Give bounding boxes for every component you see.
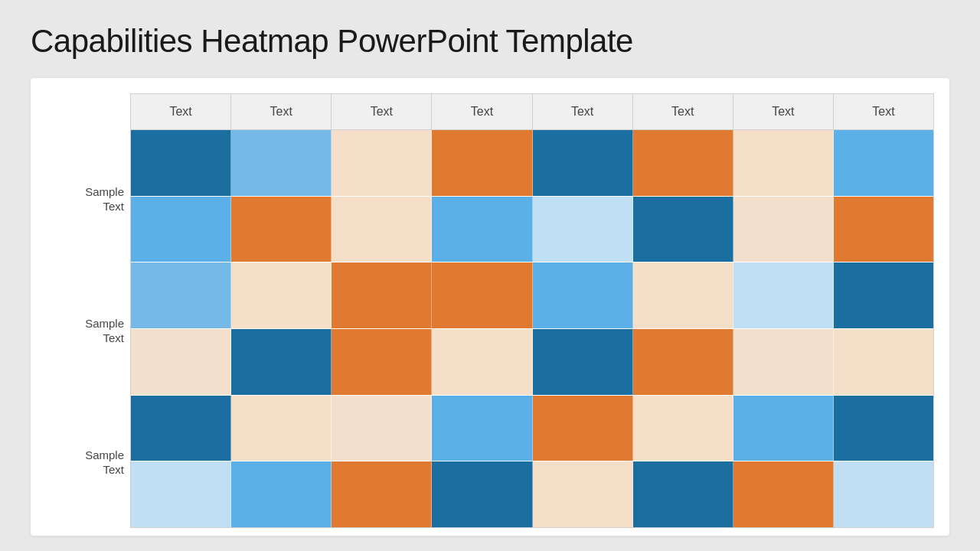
cell-r3-c8 bbox=[834, 262, 933, 328]
table-row bbox=[131, 329, 933, 396]
cell-r6-c7 bbox=[733, 461, 834, 527]
cell-r3-c7 bbox=[733, 262, 834, 328]
header-col-3: Text bbox=[332, 94, 432, 129]
table-row bbox=[131, 396, 933, 462]
header-col-1: Text bbox=[131, 94, 231, 129]
header-col-5: Text bbox=[533, 94, 633, 129]
cell-r3-c3 bbox=[332, 262, 432, 328]
cell-r4-c1 bbox=[131, 329, 231, 395]
cell-r6-c4 bbox=[432, 461, 532, 527]
cell-r2-c6 bbox=[633, 197, 733, 262]
table-row bbox=[131, 197, 933, 263]
row-label-1: SampleText bbox=[85, 184, 124, 214]
heatmap-card: SampleText SampleText SampleText Text Te… bbox=[31, 78, 949, 536]
cell-r5-c5 bbox=[533, 396, 633, 461]
cell-r4-c6 bbox=[633, 329, 733, 395]
data-rows bbox=[131, 130, 933, 527]
cell-r6-c3 bbox=[332, 461, 432, 527]
cell-r3-c5 bbox=[533, 262, 633, 328]
cell-r6-c2 bbox=[231, 461, 332, 527]
table-row bbox=[131, 262, 933, 329]
cell-r3-c6 bbox=[633, 262, 733, 328]
row-label-group-3: SampleText bbox=[46, 396, 124, 528]
cell-r2-c8 bbox=[834, 197, 933, 262]
table-row bbox=[131, 130, 933, 197]
header-col-6: Text bbox=[633, 94, 733, 129]
cell-r2-c7 bbox=[733, 197, 834, 262]
cell-r2-c5 bbox=[533, 197, 633, 262]
cell-r1-c3 bbox=[332, 130, 432, 196]
cell-r4-c5 bbox=[533, 329, 633, 395]
cell-r2-c2 bbox=[231, 197, 332, 262]
cell-r4-c4 bbox=[432, 329, 532, 395]
cell-r1-c7 bbox=[733, 130, 834, 196]
cell-r4-c7 bbox=[733, 329, 834, 395]
page-title: Capabilities Heatmap PowerPoint Template bbox=[31, 23, 949, 60]
header-col-8: Text bbox=[834, 94, 933, 129]
cell-r5-c1 bbox=[131, 396, 231, 461]
cell-r1-c4 bbox=[432, 130, 532, 196]
cell-r1-c6 bbox=[633, 130, 733, 196]
header-col-2: Text bbox=[231, 94, 332, 129]
cell-r1-c8 bbox=[834, 130, 933, 196]
cell-r3-c4 bbox=[432, 262, 532, 328]
row-label-3: SampleText bbox=[85, 448, 124, 478]
cell-r6-c8 bbox=[834, 461, 933, 527]
cell-r4-c8 bbox=[834, 329, 933, 395]
cell-r5-c3 bbox=[332, 396, 432, 461]
cell-r2-c1 bbox=[131, 197, 231, 262]
cell-r3-c2 bbox=[231, 262, 332, 328]
cell-r4-c2 bbox=[231, 329, 332, 395]
cell-r2-c3 bbox=[332, 197, 432, 262]
heatmap-wrapper: SampleText SampleText SampleText Text Te… bbox=[46, 93, 934, 528]
cell-r2-c4 bbox=[432, 197, 532, 262]
cell-r1-c1 bbox=[131, 130, 231, 196]
cell-r4-c3 bbox=[332, 329, 432, 395]
cell-r6-c6 bbox=[633, 461, 733, 527]
row-label-group-2: SampleText bbox=[46, 265, 124, 396]
cell-r5-c8 bbox=[834, 396, 933, 461]
heatmap-grid: Text Text Text Text Text Text Text Text bbox=[130, 93, 934, 528]
header-col-7: Text bbox=[733, 94, 834, 129]
header-row: Text Text Text Text Text Text Text Text bbox=[131, 94, 933, 130]
row-label-group-1: SampleText bbox=[46, 133, 124, 265]
row-label-2: SampleText bbox=[85, 316, 124, 346]
cell-r3-c1 bbox=[131, 262, 231, 328]
cell-r1-c5 bbox=[533, 130, 633, 196]
cell-r6-c1 bbox=[131, 461, 231, 527]
cell-r5-c6 bbox=[633, 396, 733, 461]
header-col-4: Text bbox=[432, 94, 532, 129]
cell-r5-c2 bbox=[231, 396, 332, 461]
cell-r5-c4 bbox=[432, 396, 532, 461]
cell-r5-c7 bbox=[733, 396, 834, 461]
table-row bbox=[131, 461, 933, 527]
cell-r6-c5 bbox=[533, 461, 633, 527]
cell-r1-c2 bbox=[231, 130, 332, 196]
row-labels: SampleText SampleText SampleText bbox=[46, 93, 130, 528]
